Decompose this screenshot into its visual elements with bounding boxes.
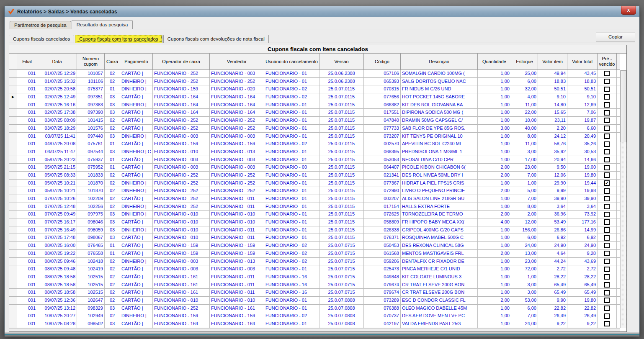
pre-vencido-checkbox[interactable] [604,212,610,217]
column-header[interactable]: Operador de caixa [153,54,210,69]
table-row[interactable]: 00101/07/25 12:2910105702CARTÃO |FUNCION… [9,70,620,78]
row-filler-cell [617,70,620,78]
table-row[interactable]: 00105/07/25 10:2110187002DINHEIRO |FUNCI… [9,187,620,195]
tab-parametros-de-pesquisa[interactable]: Parâmetros de pesquisa [10,21,71,29]
pre-vencido-checkbox[interactable] [604,306,610,311]
horizontal-scrollbar[interactable] [9,328,620,331]
table-row[interactable]: 00108/07/25 16:0007646501CARTÃO |FUNCION… [9,242,620,250]
pre-vencido-checkbox[interactable] [604,141,610,147]
pre-vencido-checkbox[interactable]: ✓ [604,180,610,186]
table-row[interactable]: 00103/07/25 11:4109744003DINHEIRO |FUNCI… [9,133,620,141]
subtab-cupons-fiscais-cancelados[interactable]: Cupons fiscais cancelados [9,35,74,43]
cell-data: 07/07/25 16:49 [37,226,77,234]
table-row[interactable]: 00108/07/25 18:5810251502CARTÃO |FUNCION… [9,289,620,297]
column-header[interactable]: Descrição [401,54,478,69]
pre-vencido-checkbox[interactable] [604,110,610,116]
pre-vencido-checkbox[interactable] [604,134,610,139]
table-row[interactable]: 00108/07/25 19:2207655801CARTÃO |FUNCION… [9,250,620,258]
cell-descricao: DENTALFIX CR FIXADOR DE [401,258,478,266]
column-header[interactable]: Pré - vencido [598,54,617,69]
column-header[interactable]: Data [37,54,77,69]
table-row[interactable]: 00110/07/25 20:2710294902DINHEIRO |FUNCI… [9,312,620,320]
column-header[interactable]: Versão [319,54,364,69]
column-header[interactable]: Código [364,54,401,69]
pre-vencido-checkbox[interactable] [604,172,610,178]
table-row[interactable]: 00105/07/25 10:2110187002DINHEIRO |FUNCI… [9,180,620,187]
pre-vencido-checkbox[interactable] [604,157,610,162]
pre-vencido-checkbox[interactable] [604,290,610,295]
table-row[interactable]: 00105/07/25 08:3310183302CARTÃO |FUNCION… [9,172,620,180]
pre-vencido-checkbox[interactable] [604,79,610,84]
pre-vencido-checkbox[interactable] [604,251,610,256]
table-row[interactable]: 00102/07/25 16:1609738303DINHEIRO |FUNCI… [9,101,620,109]
column-header[interactable]: Filial [17,54,37,69]
table-row[interactable]: 00109/07/25 13:1209832903CARTÃO |FUNCION… [9,305,620,313]
vertical-scrollbar[interactable] [620,70,626,328]
pre-vencido-checkbox[interactable] [604,126,610,131]
vertical-scrollbar-thumb[interactable] [621,70,626,142]
pre-vencido-checkbox[interactable] [604,298,610,303]
table-row[interactable]: 00107/07/25 10:2610220902CARTÃO |FUNCION… [9,195,620,203]
table-row[interactable]: ▶00102/07/25 12:4909735103CARTÃO |FUNCIO… [9,93,620,101]
pre-vencido-checkbox[interactable] [604,235,610,241]
column-header[interactable]: Usuário do cancelamento [264,54,319,69]
copy-button[interactable]: Copiar [596,33,635,41]
table-row[interactable]: 00107/07/25 17:4809806703CARTÃO |FUNCION… [9,234,620,242]
column-header[interactable]: Numero cupom [77,54,105,69]
table-row[interactable]: 00108/07/25 18:5810251502CARTÃO |FUNCION… [9,281,620,289]
pre-vencido-checkbox[interactable] [604,204,610,209]
table-row[interactable]: 00107/07/25 12:4810225602DINHEIRO |FUNCI… [9,203,620,211]
subtab-cupons-fiscais-com-itens-cancelados[interactable]: Cupons fiscais com itens cancelados [75,35,162,43]
table-row[interactable]: 00104/07/25 11:4709754403DINHEIRO | CFUN… [9,148,620,156]
tab-resultado-das-pesquisa[interactable]: Resultado das pesquisa [72,20,133,29]
cell-estoque: 156,00 [511,226,538,234]
column-header[interactable]: Vendedor [210,54,264,69]
pre-vencido-checkbox[interactable] [604,282,610,288]
table-row[interactable]: 00109/07/25 12:3610264702CARTÃO |FUNCION… [9,297,620,305]
pre-vencido-checkbox[interactable] [604,227,610,233]
pre-vencido-checkbox[interactable] [604,71,610,76]
pre-vencido-checkbox[interactable] [604,87,610,92]
table-row[interactable]: 00105/07/25 20:2307593701CARTÃO |FUNCION… [9,156,620,164]
table-row[interactable]: 00104/07/25 20:0807576101CARTÃO |FUNCION… [9,140,620,148]
column-header[interactable]: Pagamento [120,54,153,69]
pre-vencido-checkbox[interactable] [604,313,610,319]
table-row[interactable]: 00101/07/25 15:3210110602DINHEIRO |FUNCI… [9,78,620,86]
pre-vencido-checkbox[interactable] [604,118,610,123]
column-header[interactable]: Caixa [105,54,120,69]
cell-quantidade: 4,00 [478,218,511,226]
table-row[interactable]: 00103/07/25 08:0910141502CARTÃO |FUNCION… [9,117,620,125]
table-row[interactable]: 00108/07/25 18:5810251502CARTÃO |FUNCION… [9,273,620,281]
table-row[interactable]: 00110/07/25 08:2809850203CARTÃO |FUNCION… [9,320,620,328]
pre-vencido-checkbox[interactable] [604,259,610,264]
column-header[interactable]: Quantidade [478,54,511,69]
pre-vencido-checkbox[interactable] [604,321,610,326]
pre-vencido-checkbox[interactable] [604,149,610,154]
table-row[interactable]: 00105/07/25 21:1507595201CARTÃO |FUNCION… [9,164,620,172]
pre-vencido-checkbox[interactable] [604,102,610,108]
pre-vencido-checkbox[interactable] [604,188,610,194]
pre-vencido-checkbox[interactable] [604,274,610,280]
column-header[interactable]: Valor item [538,54,567,69]
pre-vencido-checkbox[interactable] [604,94,610,100]
table-row[interactable]: 00108/07/25 09:4810241902CARTÃO |FUNCION… [9,265,620,273]
table-row[interactable]: 00108/07/25 09:4610241802DINHEIRO |FUNCI… [9,258,620,266]
pre-vencido-checkbox[interactable] [604,267,610,272]
pre-vencido-checkbox[interactable] [604,165,610,170]
pre-vencido-checkbox[interactable] [604,196,610,201]
cell-usuario: FUNCIONARIO - 02 [264,85,319,93]
pre-vencido-checkbox[interactable] [604,219,610,225]
title-bar[interactable]: Relatórios > Saídas > Vendas canceladas … [5,6,639,17]
column-header[interactable]: Estoque [511,54,538,69]
table-row[interactable]: 00107/07/25 16:4909805903DINHEIRO |FUNCI… [9,226,620,234]
pre-vencido-checkbox[interactable] [604,243,610,248]
subtab-cupons-fiscais-com-devolucoes[interactable]: Cupons fiscais com devoluções de nota fi… [163,35,269,43]
table-row[interactable]: 00102/07/25 17:3809739003CARTÃO |FUNCION… [9,109,620,117]
table-row[interactable]: 00103/07/25 18:2910157602CARTÃO |FUNCION… [9,125,620,133]
close-button[interactable]: x [621,6,636,15]
table-row[interactable]: 00102/07/25 20:5807537701DINHEIRO |FUNCI… [9,85,620,93]
column-header[interactable]: Valor total [567,54,598,69]
table-row[interactable]: 00107/07/25 09:4909797503DINHEIRO |FUNCI… [9,211,620,218]
sub-tab-bar: Cupons fiscais cancelados Cupons fiscais… [9,33,635,43]
table-row[interactable]: 00107/07/25 16:1709804603CARTÃO |FUNCION… [9,218,620,226]
